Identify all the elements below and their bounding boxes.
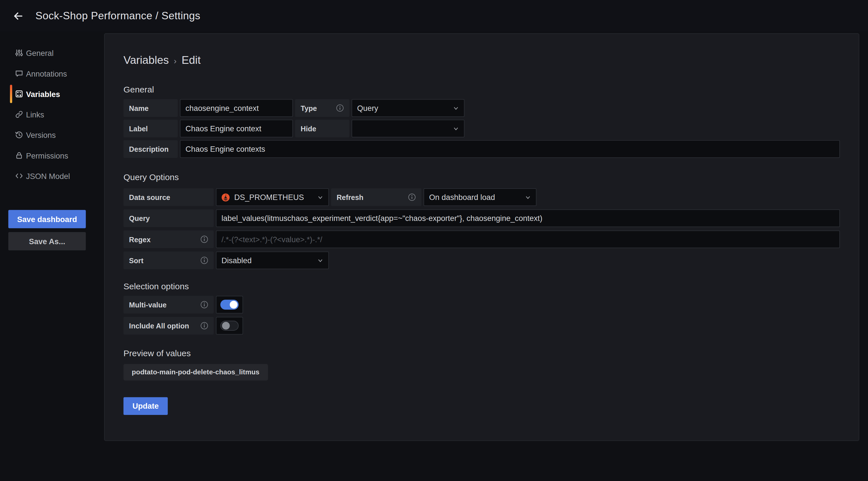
top-header: Sock-Shop Performance / Settings bbox=[0, 0, 868, 31]
code-icon bbox=[15, 172, 23, 180]
selection-options-form: Multi-value Include All option bbox=[124, 296, 840, 335]
chevron-down-icon bbox=[525, 194, 531, 200]
comment-icon bbox=[15, 69, 23, 78]
sidebar-item-label: Annotations bbox=[26, 69, 67, 78]
sidebar-item-permissions[interactable]: Permissions bbox=[0, 145, 104, 166]
breadcrumb-separator: › bbox=[174, 55, 177, 65]
sidebar-item-label: JSON Model bbox=[26, 171, 70, 180]
toggle-switch bbox=[220, 300, 239, 310]
calculator-icon bbox=[15, 90, 23, 98]
multi-value-label: Multi-value bbox=[124, 296, 214, 314]
datasource-select[interactable]: DS_PROMETHEUS bbox=[216, 188, 329, 206]
query-input[interactable] bbox=[216, 209, 840, 227]
history-icon bbox=[15, 131, 23, 139]
chevron-down-icon bbox=[453, 105, 459, 111]
query-options-form: Data source DS_PROMETHEUS Refresh On das… bbox=[124, 188, 840, 269]
arrow-left-icon bbox=[12, 10, 24, 22]
general-form: Name Type Query Label Hide bbox=[124, 99, 840, 158]
save-dashboard-button[interactable]: Save dashboard bbox=[8, 210, 86, 228]
label-label: Label bbox=[124, 120, 178, 138]
label-input[interactable] bbox=[180, 120, 293, 138]
sidebar-item-annotations[interactable]: Annotations bbox=[0, 63, 104, 84]
sidebar-item-json-model[interactable]: JSON Model bbox=[0, 166, 104, 186]
sidebar-item-label: Permissions bbox=[26, 151, 68, 160]
include-all-toggle[interactable] bbox=[216, 317, 243, 335]
link-icon bbox=[15, 110, 23, 119]
sidebar-item-label: Variables bbox=[26, 89, 60, 98]
info-icon[interactable] bbox=[197, 235, 208, 243]
query-options-heading: Query Options bbox=[124, 172, 840, 182]
preview-value-chip: podtato-main-pod-delete-chaos_litmus bbox=[124, 364, 268, 381]
type-label: Type bbox=[295, 99, 349, 117]
settings-sidebar: General Annotations Variables Links bbox=[0, 31, 104, 481]
description-label: Description bbox=[124, 140, 178, 158]
refresh-label: Refresh bbox=[331, 188, 421, 206]
info-icon[interactable] bbox=[405, 193, 416, 201]
regex-input[interactable] bbox=[216, 231, 840, 248]
refresh-select[interactable]: On dashboard load bbox=[424, 188, 536, 206]
preview-heading: Preview of values bbox=[124, 349, 840, 359]
dashboard-settings-title: Sock-Shop Performance / Settings bbox=[35, 10, 200, 22]
query-label: Query bbox=[124, 209, 214, 227]
info-icon[interactable] bbox=[197, 322, 208, 330]
breadcrumb: Variables › Edit bbox=[124, 54, 840, 66]
save-as-button[interactable]: Save As... bbox=[8, 232, 86, 250]
selection-options-heading: Selection options bbox=[124, 281, 840, 291]
name-input[interactable] bbox=[180, 99, 293, 117]
breadcrumb-edit: Edit bbox=[181, 54, 200, 66]
sidebar-item-links[interactable]: Links bbox=[0, 104, 104, 124]
sidebar-item-variables[interactable]: Variables bbox=[0, 84, 104, 104]
sort-label: Sort bbox=[124, 251, 214, 269]
grafana-settings-page: Sock-Shop Performance / Settings General… bbox=[0, 0, 868, 481]
chevron-down-icon bbox=[453, 125, 459, 131]
sort-select[interactable]: Disabled bbox=[216, 251, 329, 269]
datasource-label: Data source bbox=[124, 188, 214, 206]
name-label: Name bbox=[124, 99, 178, 117]
prometheus-icon bbox=[221, 193, 229, 201]
update-button[interactable]: Update bbox=[124, 397, 168, 415]
variables-edit-panel: Variables › Edit General Name Type Query… bbox=[104, 33, 859, 441]
sliders-icon bbox=[15, 49, 23, 57]
type-select[interactable]: Query bbox=[351, 99, 464, 117]
info-icon[interactable] bbox=[197, 301, 208, 308]
chevron-down-icon bbox=[317, 194, 323, 200]
regex-label: Regex bbox=[124, 231, 214, 248]
hide-label: Hide bbox=[295, 120, 349, 138]
settings-nav: General Annotations Variables Links bbox=[0, 31, 104, 186]
general-section-heading: General bbox=[124, 85, 840, 95]
back-button[interactable] bbox=[7, 5, 29, 27]
description-input[interactable] bbox=[180, 140, 840, 158]
toggle-switch bbox=[220, 321, 239, 331]
sidebar-item-label: General bbox=[26, 49, 54, 57]
preview-values: podtato-main-pod-delete-chaos_litmus bbox=[124, 364, 840, 381]
info-icon[interactable] bbox=[333, 104, 344, 112]
sidebar-item-versions[interactable]: Versions bbox=[0, 124, 104, 145]
sidebar-item-label: Links bbox=[26, 110, 44, 119]
multi-value-toggle[interactable] bbox=[216, 296, 243, 314]
breadcrumb-variables[interactable]: Variables bbox=[124, 54, 169, 66]
hide-select[interactable] bbox=[351, 120, 464, 138]
sidebar-item-general[interactable]: General bbox=[0, 42, 104, 63]
sidebar-item-label: Versions bbox=[26, 130, 56, 139]
chevron-down-icon bbox=[317, 257, 323, 263]
include-all-label: Include All option bbox=[124, 317, 214, 335]
lock-icon bbox=[15, 151, 23, 159]
info-icon[interactable] bbox=[197, 257, 208, 264]
